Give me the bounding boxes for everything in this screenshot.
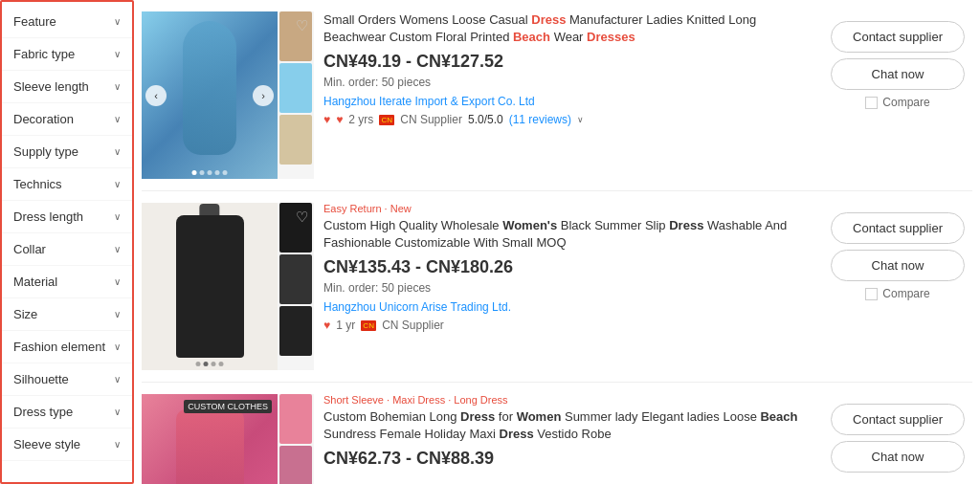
sidebar-item-supply-type[interactable]: Supply type ∨: [2, 136, 132, 168]
supplier-type: CN Supplier: [382, 319, 444, 332]
product-list: ‹ ›: [134, 0, 980, 484]
product-image-container: ‹ ›: [142, 11, 314, 179]
supplier-years: 1 yr: [336, 319, 355, 332]
sidebar-item-label: Dress type: [13, 405, 73, 419]
sidebar-item-decoration[interactable]: Decoration ∨: [2, 103, 132, 136]
image-dot: [200, 170, 205, 175]
sidebar-item-size[interactable]: Size ∨: [2, 298, 132, 331]
chat-now-button[interactable]: Chat now: [831, 250, 965, 281]
chevron-down-icon: ∨: [114, 439, 121, 450]
action-panel: Contact supplier Chat now: [824, 394, 972, 482]
chevron-down-icon: ∨: [114, 16, 121, 27]
sidebar-item-label: Decoration: [13, 112, 74, 126]
heart-icon: ♥: [336, 113, 343, 126]
image-dot: [215, 170, 220, 175]
image-dots: [192, 170, 228, 175]
wishlist-icon[interactable]: ♡: [296, 209, 308, 226]
image-dot: [219, 362, 224, 366]
sidebar: Feature ∨ Fabric type ∨ Sleeve length ∨ …: [0, 0, 134, 484]
sidebar-item-sleeve-length[interactable]: Sleeve length ∨: [2, 71, 132, 103]
image-dot: [204, 362, 209, 366]
sidebar-item-label: Feature: [13, 14, 56, 29]
chevron-down-icon: ∨: [114, 309, 121, 319]
sidebar-item-silhouette[interactable]: Silhouette ∨: [2, 363, 132, 396]
supplier-years: 2 yrs: [348, 113, 373, 126]
sidebar-item-label: Technics: [13, 177, 62, 191]
image-dot: [208, 170, 212, 175]
compare-checkbox[interactable]: [865, 288, 878, 300]
supplier-meta: ♥ ♥ 2 yrs CN CN Supplier 5.0/5.0 (11 rev…: [323, 113, 814, 126]
thumbnail[interactable]: [279, 254, 312, 304]
thumbnail[interactable]: [279, 63, 312, 113]
contact-supplier-button[interactable]: Contact supplier: [831, 21, 965, 53]
table-row: ‹ ›: [142, 0, 972, 191]
sidebar-item-label: Supply type: [13, 144, 78, 159]
thumbnail[interactable]: [279, 446, 312, 484]
chevron-down-icon: ∨: [114, 211, 121, 222]
image-dots: [196, 362, 224, 366]
product-badge: Easy Return · New: [323, 203, 814, 214]
sidebar-item-technics[interactable]: Technics ∨: [2, 168, 132, 201]
sidebar-item-label: Material: [13, 275, 57, 289]
action-panel: Contact supplier Chat now Compare: [824, 203, 972, 310]
chevron-down-icon: ∨: [114, 81, 121, 92]
image-dot: [192, 170, 197, 175]
sidebar-item-label: Sleeve length: [13, 79, 89, 94]
rating: 5.0/5.0: [468, 113, 503, 126]
compare-checkbox[interactable]: [865, 97, 878, 109]
chat-now-button[interactable]: Chat now: [831, 58, 965, 90]
sidebar-item-label: Sleeve style: [13, 437, 80, 451]
sidebar-item-label: Fabric type: [13, 47, 75, 61]
contact-supplier-button[interactable]: Contact supplier: [831, 404, 965, 435]
prev-image-button[interactable]: ‹: [145, 85, 167, 106]
table-row: CUSTOM CLOTHES Short Sleeve · Maxi Dress…: [142, 383, 972, 484]
chevron-down-icon: ∨: [114, 244, 121, 254]
custom-tag: CUSTOM CLOTHES: [184, 400, 272, 413]
compare-row: Compare: [831, 96, 965, 109]
image-dot: [212, 362, 216, 366]
thumbnail[interactable]: [279, 306, 312, 356]
compare-label: Compare: [882, 287, 929, 300]
product-price: CN¥135.43 - CN¥180.26: [323, 257, 814, 277]
thumbnail[interactable]: [279, 115, 312, 165]
chevron-down-icon: ∨: [114, 407, 121, 417]
sidebar-item-collar[interactable]: Collar ∨: [2, 233, 132, 266]
cn-flag-icon: CN: [361, 320, 376, 331]
sidebar-item-dress-length[interactable]: Dress length ∨: [2, 201, 132, 233]
compare-row: Compare: [831, 287, 965, 300]
thumbnail[interactable]: [279, 394, 312, 444]
sidebar-item-material[interactable]: Material ∨: [2, 266, 132, 298]
supplier-meta: ♥ 1 yr CN CN Supplier: [323, 319, 814, 332]
sidebar-item-label: Dress length: [13, 209, 83, 224]
contact-supplier-button[interactable]: Contact supplier: [831, 212, 965, 244]
product-title: Custom High Quality Wholesale Women's Bl…: [323, 217, 814, 252]
chat-now-button[interactable]: Chat now: [831, 441, 965, 473]
product-image-container: ♡: [142, 203, 314, 370]
sidebar-item-fashion-element[interactable]: Fashion element ∨: [2, 331, 132, 363]
product-info: Short Sleeve · Maxi Dress · Long Dress C…: [314, 394, 824, 473]
chevron-down-icon: ∨: [114, 276, 121, 287]
image-dot: [223, 170, 228, 175]
chevron-down-icon: ∨: [114, 179, 121, 189]
supplier-link[interactable]: Hangzhou Iterate Import & Export Co. Ltd: [323, 95, 814, 108]
sidebar-item-feature[interactable]: Feature ∨: [2, 6, 132, 38]
product-price: CN¥62.73 - CN¥88.39: [323, 449, 814, 469]
next-image-button[interactable]: ›: [253, 85, 274, 106]
product-moq: Min. order: 50 pieces: [323, 76, 814, 89]
wishlist-icon[interactable]: ♡: [296, 17, 308, 34]
product-info: Small Orders Womens Loose Casual Dress M…: [314, 11, 824, 126]
chevron-down-icon: ∨: [114, 341, 121, 352]
chevron-down-icon: ∨: [114, 146, 121, 157]
chevron-down-icon: ∨: [114, 114, 121, 124]
sidebar-item-dress-type[interactable]: Dress type ∨: [2, 396, 132, 429]
sidebar-item-label: Size: [13, 307, 37, 321]
sidebar-item-fabric-type[interactable]: Fabric type ∨: [2, 38, 132, 71]
table-row: ♡ Easy Return · New Custom High Quality …: [142, 191, 972, 383]
product-title: Custom Bohemian Long Dress for Women Sum…: [323, 408, 814, 443]
sidebar-item-sleeve-style[interactable]: Sleeve style ∨: [2, 429, 132, 461]
sidebar-item-label: Fashion element: [13, 340, 105, 354]
compare-label: Compare: [882, 96, 929, 109]
supplier-link[interactable]: Hangzhou Unicorn Arise Trading Ltd.: [323, 300, 814, 314]
action-panel: Contact supplier Chat now Compare: [824, 11, 972, 119]
sidebar-item-label: Collar: [13, 242, 46, 256]
